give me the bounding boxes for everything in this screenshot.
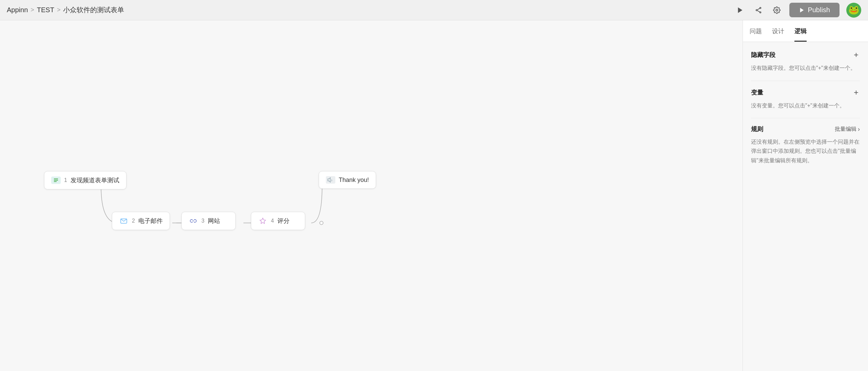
flow-container: 1 发现频道表单测试 2 电子邮件 (0, 20, 743, 371)
app-header: Appinn > TEST > 小众软件的测试表单 P (0, 0, 868, 20)
svg-point-16 (320, 221, 323, 225)
tab-logic[interactable]: 逻辑 (794, 20, 807, 42)
variables-section: 变量 + 没有变量。您可以点击"+"来创建一个。 (743, 81, 868, 119)
add-variable-button[interactable]: + (852, 88, 860, 97)
breadcrumb: Appinn > TEST > 小众软件的测试表单 (7, 5, 124, 15)
thankyou-label: Thank you! (339, 177, 369, 184)
star-icon (258, 217, 268, 225)
rules-title: 规则 (751, 125, 763, 133)
hidden-fields-section: 隐藏字段 + 没有隐藏字段。您可以点击"+"来创建一个。 (743, 42, 868, 81)
flow-node-1[interactable]: 1 发现频道表单测试 (44, 171, 126, 189)
svg-point-3 (760, 12, 761, 13)
hidden-fields-title: 隐藏字段 (751, 51, 775, 59)
svg-line-5 (757, 11, 760, 12)
breadcrumb-test[interactable]: TEST (37, 6, 54, 14)
node-2-label: 电子邮件 (138, 217, 163, 225)
share-icon (755, 6, 762, 14)
email-icon (119, 217, 129, 225)
share-button[interactable] (753, 4, 764, 16)
flow-arrows (0, 20, 743, 371)
svg-marker-23 (328, 178, 331, 182)
breadcrumb-appinn[interactable]: Appinn (7, 6, 28, 14)
rules-header: 规则 批量编辑 › (751, 125, 860, 133)
play-icon (736, 6, 744, 14)
svg-point-2 (756, 9, 757, 11)
link-icon (189, 217, 198, 225)
user-avatar[interactable]: 🐸 (846, 3, 861, 18)
batch-edit-button[interactable]: 批量编辑 › (835, 126, 860, 133)
flow-node-3[interactable]: 3 网站 (181, 212, 236, 230)
svg-marker-0 (738, 7, 743, 13)
svg-line-4 (757, 8, 760, 9)
node-3-label: 网站 (208, 217, 220, 225)
svg-marker-22 (260, 218, 266, 224)
gear-icon (773, 6, 781, 14)
panel-tabs: 问题 设计 逻辑 (743, 20, 868, 42)
flow-node-2[interactable]: 2 电子邮件 (112, 212, 170, 230)
right-panel: 问题 设计 逻辑 隐藏字段 + 没有隐藏字段。您可以点击"+"来创建一个。 变量… (743, 20, 868, 371)
node-2-num: 2 (132, 218, 135, 224)
breadcrumb-sep1: > (31, 6, 34, 14)
svg-marker-7 (800, 8, 804, 13)
breadcrumb-sep2: > (57, 6, 61, 14)
main-layout: 1 发现频道表单测试 2 电子邮件 (0, 20, 868, 371)
variables-desc: 没有变量。您可以点击"+"来创建一个。 (751, 101, 860, 119)
node-1-num: 1 (64, 177, 67, 183)
hidden-fields-desc: 没有隐藏字段。您可以点击"+"来创建一个。 (751, 64, 860, 81)
rules-section: 规则 批量编辑 › 还没有规则。在左侧预览中选择一个问题并在弹出窗口中添加规则。… (743, 118, 868, 165)
variables-title: 变量 (751, 88, 763, 97)
list-icon (51, 177, 61, 184)
tab-questions[interactable]: 问题 (750, 20, 762, 42)
node-1-label: 发现频道表单测试 (71, 176, 119, 184)
node-3-num: 3 (201, 218, 204, 224)
svg-point-1 (760, 7, 761, 8)
speaker-icon (326, 176, 335, 184)
svg-point-6 (776, 9, 778, 11)
variables-header: 变量 + (751, 88, 860, 97)
breadcrumb-form-name: 小众软件的测试表单 (63, 5, 124, 15)
node-4-num: 4 (271, 218, 274, 224)
tab-design[interactable]: 设计 (772, 20, 784, 42)
rules-desc: 还没有规则。在左侧预览中选择一个问题并在弹出窗口中添加规则。您也可以点击"批量编… (751, 137, 860, 165)
publish-button[interactable]: Publish (789, 3, 840, 17)
settings-button[interactable] (771, 4, 783, 16)
chevron-right-icon: › (858, 126, 860, 133)
hidden-fields-header: 隐藏字段 + (751, 50, 860, 60)
canvas-area[interactable]: 1 发现频道表单测试 2 电子邮件 (0, 20, 743, 371)
header-actions: Publish 🐸 (734, 3, 861, 18)
node-4-label: 评分 (277, 217, 290, 225)
flow-node-thankyou[interactable]: Thank you! (319, 171, 376, 189)
flow-node-4[interactable]: 4 评分 (251, 212, 305, 230)
publish-icon (799, 7, 805, 13)
add-hidden-field-button[interactable]: + (852, 50, 860, 60)
preview-button[interactable] (734, 4, 746, 16)
